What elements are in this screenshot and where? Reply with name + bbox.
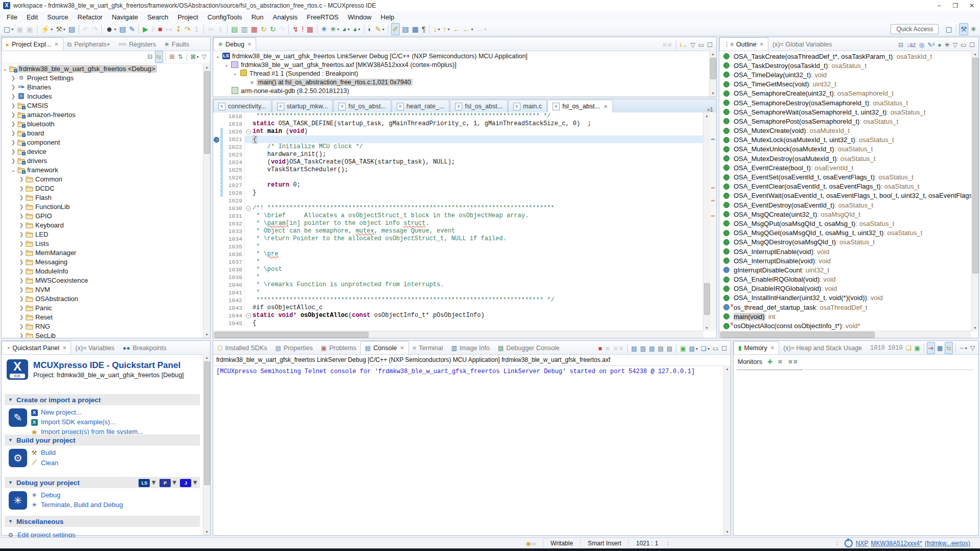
expander-icon[interactable]: ❯	[18, 268, 25, 274]
quickstart-link-debug[interactable]: ✳Debug	[30, 491, 60, 499]
collapse-triangle-icon[interactable]: ▼	[8, 480, 13, 485]
annotation-ruler[interactable]	[213, 197, 220, 204]
annotation-ruler[interactable]	[213, 266, 220, 273]
expander-icon[interactable]: ❯	[18, 287, 25, 292]
fold-ruler[interactable]: −	[244, 312, 252, 319]
outline-vertical-scrollbar[interactable]: ▲▼	[971, 51, 978, 331]
code-text[interactable]: {	[252, 319, 703, 327]
expander-icon[interactable]: ❯	[18, 222, 25, 228]
code-text[interactable]: /*! ************************************…	[252, 204, 703, 212]
quickstart-link-import-sdk-example-s-[interactable]: XImport SDK example(s)...	[30, 418, 116, 426]
sort-button[interactable]: ↓az	[905, 39, 917, 51]
pencil-button[interactable]: ✎	[128, 24, 136, 35]
expander-icon[interactable]: ❯	[10, 140, 17, 145]
outline-item[interactable]: OSA_DisableIRQGlobal(void) : void	[719, 284, 971, 293]
tab-registers[interactable]: 1010Registers	[115, 38, 160, 51]
sync-button[interactable]: ⇅	[177, 51, 184, 62]
fold-collapse-icon[interactable]: −	[246, 313, 251, 318]
tab-terminal[interactable]: ⌗Terminal	[409, 341, 447, 354]
tab-installed-sdks[interactable]: ⬡Installed SDKs	[213, 341, 271, 354]
tree-item-led[interactable]: ❯LED	[2, 229, 203, 239]
code-text[interactable]: /* Initialize MCU clock */	[252, 143, 703, 151]
x-config-button[interactable]: ⊠▾	[190, 51, 200, 62]
annotation-ruler[interactable]	[213, 212, 220, 220]
remove-monitor-button[interactable]: ✖	[778, 358, 783, 365]
tree-item-includes[interactable]: ❯hIncludes	[2, 91, 203, 101]
tree-item-drivers[interactable]: ❯cdrivers	[2, 156, 203, 165]
annotation-ruler[interactable]	[213, 166, 220, 174]
debug-tree-row[interactable]: ⌄frdmkw38_ble_w_uart_gfsk_freertos.axf […	[214, 60, 709, 69]
debug-tree-row[interactable]: arm-none-eabi-gdb (8.2.50.20181213)	[214, 86, 709, 95]
editor-tab-heart-rate-[interactable]: cheart_rate_...	[392, 100, 449, 112]
close-window-button[interactable]: ✕	[964, 1, 980, 11]
remove-all-launches-button[interactable]: ✖✖	[612, 343, 625, 354]
fold-ruler[interactable]	[244, 181, 252, 189]
debug-tree-row[interactable]: ≡main() at fsl_os_abstraction_free_rtos.…	[214, 78, 709, 86]
annotation-ruler[interactable]	[213, 189, 220, 197]
minimize-button[interactable]: ▭	[960, 39, 967, 51]
minimize-button[interactable]: ▭	[697, 39, 705, 51]
code-text[interactable]: * \post	[252, 266, 703, 273]
expander-icon[interactable]: ⌄	[2, 66, 9, 72]
maximize-button[interactable]: ☐	[720, 343, 728, 354]
remove-all-terminated-button[interactable]: ✖✖	[661, 39, 673, 51]
menu-edit[interactable]: Edit	[22, 12, 42, 22]
editor-tab-fsl-os-abst-[interactable]: cfsl_os_abst...	[450, 100, 508, 112]
expander-icon[interactable]: ❯	[10, 112, 17, 118]
fold-ruler[interactable]	[244, 289, 252, 296]
outline-item[interactable]: OSA_MsgQDestroy(osaMsgQId_t) : osaStatus…	[719, 238, 971, 247]
tree-item-bluetooth[interactable]: ❯cbluetooth	[2, 119, 203, 128]
expander-icon[interactable]: ❯	[18, 250, 25, 256]
collapse-triangle-icon[interactable]: ▼	[8, 519, 13, 524]
expander-icon[interactable]: ❯	[10, 94, 17, 99]
go-button[interactable]: ↷	[278, 24, 286, 35]
expander-icon[interactable]: ⌄	[232, 71, 239, 76]
tree-item-common[interactable]: ❯Common	[2, 174, 203, 183]
fold-ruler[interactable]	[244, 197, 252, 204]
tree-item-osabstraction[interactable]: ❯OSAbstraction	[2, 294, 203, 303]
highlighter-button[interactable]: ✎▾	[374, 24, 385, 35]
fold-ruler[interactable]	[244, 304, 252, 312]
world-pencil-button[interactable]: ◐	[367, 24, 373, 35]
code-text[interactable]: *	[252, 243, 703, 250]
close-tab-icon[interactable]: ✕	[770, 345, 774, 351]
annotation-ruler[interactable]	[213, 235, 220, 243]
link-button[interactable]: ⇆	[945, 342, 953, 354]
annotation-ruler[interactable]	[213, 112, 220, 120]
tree-item-amazon-freertos[interactable]: ❯camazon-freertos	[2, 110, 203, 119]
add-monitor-button[interactable]: ✚	[767, 358, 772, 365]
maximize-button[interactable]: ☐	[706, 39, 714, 51]
scroll-lock-button[interactable]: ▥	[639, 343, 647, 354]
menu-file[interactable]: File	[2, 12, 22, 22]
fold-ruler[interactable]	[244, 235, 252, 243]
menu-freertos[interactable]: FreeRTOS	[302, 12, 343, 22]
tab-breakpoints[interactable]: ●●Breakpoints	[119, 341, 171, 354]
suspend-button[interactable]: Ⅱ	[150, 24, 156, 35]
erase-flash-button[interactable]: ▦	[250, 24, 259, 35]
show-whitespace-button[interactable]: ¶	[421, 24, 427, 35]
fold-ruler[interactable]	[244, 212, 252, 220]
fold-collapse-icon[interactable]: −	[246, 206, 251, 211]
outline-item[interactable]: OSA_EventCreate(bool_t) : osaEventId_t	[719, 163, 971, 172]
expander-icon[interactable]: ⌄	[223, 62, 230, 67]
expander-icon[interactable]: ❯	[18, 213, 25, 219]
menu-window[interactable]: Window	[343, 12, 376, 22]
annotation-ruler[interactable]	[213, 281, 220, 289]
fold-ruler[interactable]: −	[244, 128, 252, 135]
menu-refactor[interactable]: Refactor	[73, 12, 107, 22]
expander-icon[interactable]: ❯	[18, 314, 25, 320]
toggle-split-button[interactable]: ⇥	[927, 342, 935, 354]
dropdown-arrow-icon[interactable]: ▾	[150, 478, 155, 486]
code-text[interactable]	[252, 174, 703, 181]
outline-item[interactable]: OSA_InterruptDisable(void) : void	[719, 256, 971, 265]
fold-ruler[interactable]	[244, 220, 252, 227]
fold-ruler[interactable]	[244, 174, 252, 181]
expander-icon[interactable]: ❯	[10, 158, 17, 164]
annotation-ruler[interactable]: ➜	[213, 135, 220, 143]
outline-item[interactable]: OSA_InstallIntHandler(uint32_t, void(*)(…	[719, 293, 971, 303]
red-thread-button[interactable]: ↯	[291, 24, 300, 35]
red-mark-button[interactable]: !	[301, 24, 305, 35]
expander-icon[interactable]: ❯	[18, 333, 25, 338]
annotation-ruler[interactable]	[213, 296, 220, 304]
expander-icon[interactable]: ❯	[18, 241, 25, 246]
